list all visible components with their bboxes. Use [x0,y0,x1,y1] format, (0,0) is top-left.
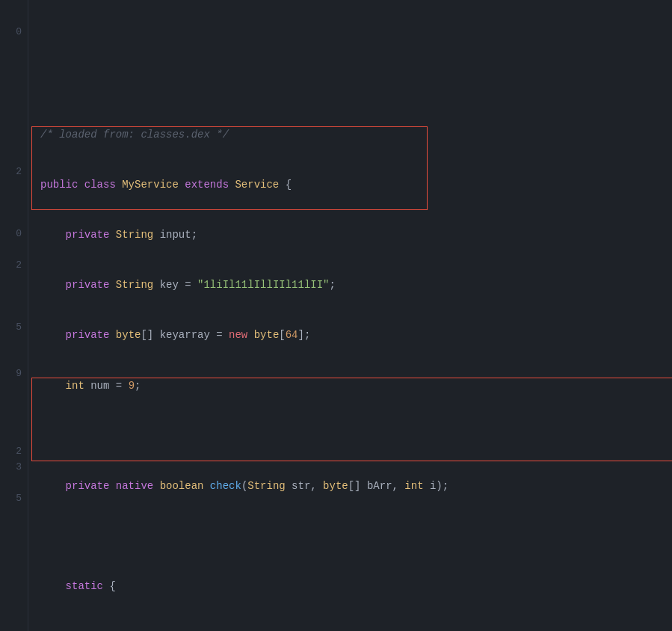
line-blank1 [40,428,660,444]
line-comment: /* loaded from: classes.dex */ [40,126,660,143]
line-load-library: System.loadLibrary("Serv1ce"); [40,628,660,631]
line-static-open: static { [40,578,660,594]
line-private-keyarray: private byte[] keyarray = new byte[64]; [40,327,660,343]
line-blank2 [40,528,660,544]
line-class-decl: public class MyService extends Service { [40,176,660,193]
code-viewer: 0 2 0 2 5 9 2 3 5 [0,0,672,631]
line-numbers: 0 2 0 2 5 9 2 3 5 [0,0,28,631]
line-native-check: private native boolean check(String str,… [40,478,660,494]
line-private-key: private String key = "1liIl11lIllIIl11lI… [40,277,660,293]
line-int-num: int num = 9; [40,378,660,394]
code-area: /* loaded from: classes.dex */ public cl… [28,0,672,631]
line-private-input: private String input; [40,227,660,243]
